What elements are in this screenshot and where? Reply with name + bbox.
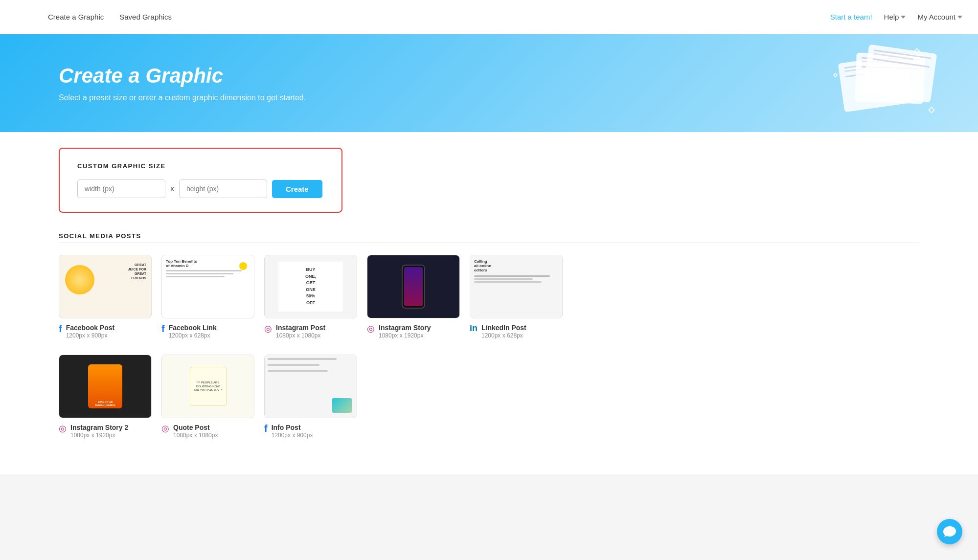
nav-create-graphic[interactable]: Create a Graphic — [48, 13, 104, 21]
nav-account[interactable]: My Account — [917, 13, 962, 21]
account-chevron-icon — [957, 16, 962, 19]
navbar: Create a Graphic Saved Graphics Start a … — [0, 0, 978, 34]
template-thumb-facebook-link: Top Ten Benefitsof Vitamin D — [161, 255, 254, 318]
template-grid-row2: 20% off alltakeout orders ◎ Instagram St… — [59, 355, 919, 439]
hero-illustration — [831, 44, 939, 122]
template-dark-story[interactable]: 20% off alltakeout orders ◎ Instagram St… — [59, 355, 152, 439]
template-name-ig-story: Instagram Story — [379, 323, 431, 332]
template-size-fb-link: 1200px x 628px — [169, 332, 217, 339]
ig-post-card: BUYONE,GETONE50%OFF — [278, 262, 343, 312]
li-post-lines — [474, 275, 558, 283]
template-size-li-post: 1200px x 628px — [481, 332, 526, 339]
instagram-icon-2: ◎ — [367, 323, 375, 334]
size-x-separator: x — [170, 184, 174, 193]
template-info-post[interactable]: f Info Post 1200px x 900px — [264, 355, 357, 439]
phone-mockup — [402, 265, 425, 309]
hero-text: Create a Graphic Select a preset size or… — [59, 64, 919, 102]
template-instagram-post[interactable]: BUYONE,GETONE50%OFF ◎ Instagram Post 108… — [264, 255, 357, 339]
fb-link-lines — [166, 270, 250, 277]
nav-right: Start a team! Help My Account — [830, 13, 962, 21]
phone-screen — [404, 267, 423, 306]
template-info-dark-story: ◎ Instagram Story 2 1080px x 1920px — [59, 423, 152, 439]
section-title-social: SOCIAL MEDIA POSTS — [59, 232, 919, 240]
template-thumb-info-post — [264, 355, 357, 418]
template-linkedin-post[interactable]: Callingall onlineeditors in LinkedIn Pos… — [470, 255, 563, 339]
template-name-ig-post: Instagram Post — [276, 323, 325, 332]
template-size-dark-story: 1080px x 1920px — [70, 432, 128, 439]
template-size-fb-post: 1200px x 900px — [66, 332, 115, 339]
template-name-dark-story: Instagram Story 2 — [70, 423, 128, 432]
section-divider — [59, 243, 919, 243]
template-quote-post[interactable]: "IF PEOPLE ARE DOUBTING HOW FAR YOU CAN … — [161, 355, 254, 439]
nav-saved-graphics[interactable]: Saved Graphics — [119, 13, 172, 21]
template-size-info-post: 1200px x 900px — [272, 432, 313, 439]
height-input[interactable] — [179, 179, 267, 198]
dark-story-content: 20% off alltakeout orders — [59, 355, 151, 418]
instagram-icon-3: ◎ — [59, 423, 67, 434]
width-input[interactable] — [77, 179, 165, 198]
hero-subtitle: Select a preset size or enter a custom g… — [59, 93, 919, 102]
template-thumb-dark-story: 20% off alltakeout orders — [59, 355, 152, 418]
template-info-linkedin-post: in LinkedIn Post 1200px x 628px — [470, 323, 563, 339]
template-thumb-quote-post: "IF PEOPLE ARE DOUBTING HOW FAR YOU CAN … — [161, 355, 254, 418]
template-info-instagram-story: ◎ Instagram Story 1080px x 1920px — [367, 323, 460, 339]
quote-content: "IF PEOPLE ARE DOUBTING HOW FAR YOU CAN … — [162, 355, 254, 418]
template-facebook-post[interactable]: GREATJUICE FORGREATFRIENDS f Facebook Po… — [59, 255, 152, 339]
template-thumb-instagram-story — [367, 255, 460, 318]
template-size-ig-story: 1080px x 1920px — [379, 332, 431, 339]
hero-card-front — [863, 45, 937, 103]
template-facebook-link[interactable]: Top Ten Benefitsof Vitamin D f Facebook … — [161, 255, 254, 339]
linkedin-icon: in — [470, 323, 478, 334]
li-post-content: Callingall onlineeditors — [470, 255, 562, 318]
template-size-quote-post: 1080px x 1080px — [173, 432, 218, 439]
template-info-facebook-post: f Facebook Post 1200px x 900px — [59, 323, 152, 339]
burger-card: 20% off alltakeout orders — [88, 364, 122, 408]
template-name-fb-post: Facebook Post — [66, 323, 115, 332]
template-thumb-facebook-post: GREATJUICE FORGREATFRIENDS — [59, 255, 152, 318]
quote-card: "IF PEOPLE ARE DOUBTING HOW FAR YOU CAN … — [190, 367, 227, 406]
li-post-thumb-title: Callingall onlineeditors — [474, 259, 558, 272]
nav-start-team[interactable]: Start a team! — [830, 13, 872, 21]
hero-banner: Create a Graphic Select a preset size or… — [0, 34, 978, 132]
custom-size-box: CUSTOM GRAPHIC SIZE x Create — [59, 148, 342, 213]
template-grid-row1: GREATJUICE FORGREATFRIENDS f Facebook Po… — [59, 255, 919, 339]
custom-size-title: CUSTOM GRAPHIC SIZE — [77, 162, 324, 170]
color-block-decoration — [332, 398, 352, 413]
help-label: Help — [884, 13, 899, 21]
burger-text: 20% off alltakeout orders — [95, 401, 115, 406]
fruit-decoration — [65, 265, 94, 294]
facebook-icon: f — [59, 323, 62, 335]
template-info-quote-post: ◎ Quote Post 1080px x 1080px — [161, 423, 254, 439]
template-thumb-linkedin-post: Callingall onlineeditors — [470, 255, 563, 318]
template-instagram-story[interactable]: ◎ Instagram Story 1080px x 1920px — [367, 255, 460, 339]
decoration-diamond-2 — [928, 107, 935, 113]
template-info-facebook-link: f Facebook Link 1200px x 628px — [161, 323, 254, 339]
template-size-ig-post: 1080px x 1080px — [276, 332, 325, 339]
template-name-info-post: Info Post — [272, 423, 313, 432]
decoration-diamond-3 — [833, 73, 838, 78]
template-name-fb-link: Facebook Link — [169, 323, 217, 332]
social-media-section: SOCIAL MEDIA POSTS GREATJUICE FORGREATFR… — [59, 232, 919, 439]
app-logo[interactable] — [16, 5, 44, 29]
create-button[interactable]: Create — [272, 180, 322, 198]
hero-title: Create a Graphic — [59, 64, 919, 88]
custom-size-inputs: x Create — [77, 179, 324, 198]
instagram-icon-4: ◎ — [161, 423, 169, 434]
template-name-li-post: LinkedIn Post — [481, 323, 526, 332]
help-chevron-icon — [901, 16, 906, 19]
main-content: CUSTOM GRAPHIC SIZE x Create SOCIAL MEDI… — [0, 132, 978, 474]
instagram-icon: ◎ — [264, 323, 272, 334]
template-thumb-instagram-post: BUYONE,GETONE50%OFF — [264, 255, 357, 318]
facebook-icon-3: f — [264, 423, 268, 434]
template-info-info-post: f Info Post 1200px x 900px — [264, 423, 357, 439]
sun-decoration — [239, 262, 247, 270]
ig-story-content — [367, 255, 459, 318]
nav-help[interactable]: Help — [884, 13, 906, 21]
fb-link-thumb-title: Top Ten Benefitsof Vitamin D — [166, 259, 250, 268]
fb-post-text: GREATJUICE FORGREATFRIENDS — [128, 263, 146, 280]
ig-post-content: BUYONE,GETONE50%OFF — [265, 255, 357, 318]
template-info-instagram-post: ◎ Instagram Post 1080px x 1080px — [264, 323, 357, 339]
facebook-icon-2: f — [161, 323, 165, 335]
account-label: My Account — [917, 13, 955, 21]
nav-links: Create a Graphic Saved Graphics — [48, 13, 830, 21]
